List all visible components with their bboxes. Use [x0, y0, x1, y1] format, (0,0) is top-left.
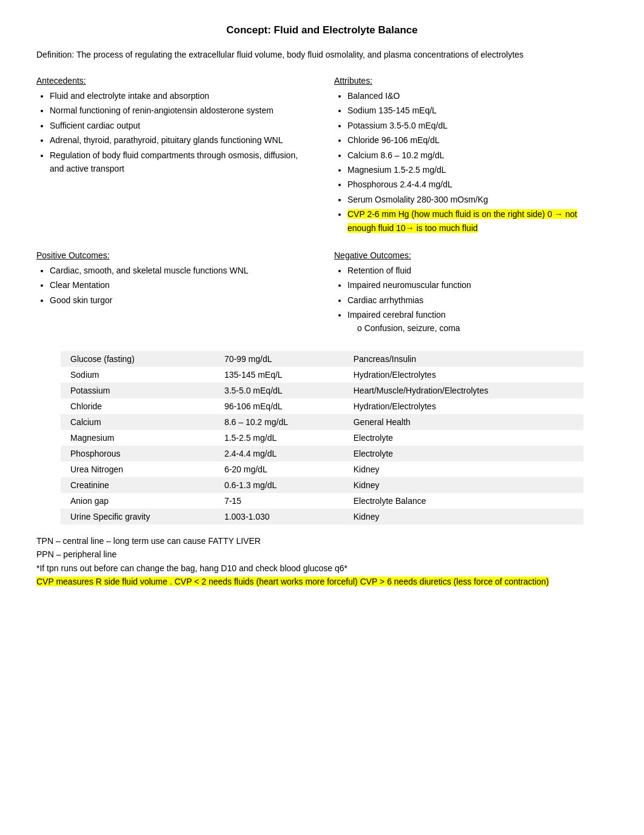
table-cell-category: General Health: [344, 414, 583, 430]
table-cell-value: 2.4-4.4 mg/dL: [215, 446, 344, 461]
negative-outcomes-list: Retention of fluid Impaired neuromuscula…: [334, 264, 608, 335]
table-cell-name: Phosphorous: [61, 446, 215, 461]
cvp-highlighted: CVP 2-6 mm Hg (how much fluid is on the …: [347, 209, 577, 232]
table-cell-name: Chloride: [61, 398, 215, 414]
antecedents-list: Fluid and electrolyte intake and absorpt…: [36, 89, 310, 175]
table-cell-name: Anion gap: [61, 493, 215, 509]
antecedents-attributes-row: Antecedents: Fluid and electrolyte intak…: [36, 76, 608, 236]
list-item: Calcium 8.6 – 10.2 mg/dL: [347, 149, 608, 162]
list-item: Sufficient cardiac output: [50, 119, 310, 132]
antecedents-label: Antecedents:: [36, 76, 310, 86]
table-row: Phosphorous2.4-4.4 mg/dLElectrolyte: [61, 446, 583, 461]
table-cell-category: Kidney: [344, 509, 583, 525]
page-title: Concept: Fluid and Electrolyte Balance: [36, 24, 608, 36]
list-item: Cardiac arrhythmias: [347, 293, 608, 307]
list-item: Good skin turgor: [50, 293, 310, 307]
table-cell-name: Magnesium: [61, 430, 215, 446]
list-item: Impaired neuromuscular function: [347, 278, 608, 292]
list-item: Serum Osmolality 280-300 mOsm/Kg: [347, 193, 608, 206]
table-row: Anion gap7-15Electrolyte Balance: [61, 493, 583, 509]
cvp-bottom-note: CVP measures R side fluid volume . CVP <…: [36, 575, 608, 588]
table-row: Glucose (fasting)70-99 mg/dLPancreas/Ins…: [61, 351, 583, 367]
cvp-bottom-highlighted: CVP measures R side fluid volume . CVP <…: [36, 577, 549, 586]
table-cell-category: Pancreas/Insulin: [344, 351, 583, 367]
table-cell-value: 0.6-1.3 mg/dL: [215, 477, 344, 493]
negative-outcomes-col: Negative Outcomes: Retention of fluid Im…: [334, 250, 608, 337]
table-cell-value: 1.5-2.5 mg/dL: [215, 430, 344, 446]
table-cell-category: Kidney: [344, 477, 583, 493]
list-item: Cardiac, smooth, and skeletal muscle fun…: [50, 264, 310, 277]
tpn-note: TPN – central line – long term use can c…: [36, 534, 608, 548]
list-item: Chloride 96-106 mEq/dL: [347, 133, 608, 147]
table-cell-name: Calcium: [61, 414, 215, 430]
list-item: Balanced I&O: [347, 89, 608, 102]
list-item: Adrenal, thyroid, parathyroid, pituitary…: [50, 133, 310, 147]
outcomes-row: Positive Outcomes: Cardiac, smooth, and …: [36, 250, 608, 337]
table-row: Chloride96-106 mEq/dLHydration/Electroly…: [61, 398, 583, 414]
table-cell-name: Glucose (fasting): [61, 351, 215, 367]
table-cell-value: 6-20 mg/dL: [215, 461, 344, 477]
table-cell-category: Heart/Muscle/Hydration/Electrolytes: [344, 383, 583, 398]
list-item: Phosphorous 2.4-4.4 mg/dL: [347, 178, 608, 191]
table-row: Potassium3.5-5.0 mEq/dLHeart/Muscle/Hydr…: [61, 383, 583, 398]
list-item: Normal functioning of renin-angiotensin …: [50, 104, 310, 117]
table-row: Urine Specific gravity1.003-1.030Kidney: [61, 509, 583, 525]
notes-section: TPN – central line – long term use can c…: [36, 534, 608, 589]
table-cell-category: Hydration/Electrolytes: [344, 367, 583, 383]
attributes-label: Attributes:: [334, 76, 608, 86]
table-cell-value: 7-15: [215, 493, 344, 509]
definition-section: Definition: The process of regulating th…: [36, 49, 608, 61]
table-cell-value: 70-99 mg/dL: [215, 351, 344, 367]
table-cell-value: 8.6 – 10.2 mg/dL: [215, 414, 344, 430]
table-cell-name: Urea Nitrogen: [61, 461, 215, 477]
lab-values-table: Glucose (fasting)70-99 mg/dLPancreas/Ins…: [61, 351, 583, 525]
attributes-list: Balanced I&O Sodium 135-145 mEq/L Potass…: [334, 89, 608, 235]
positive-outcomes-list: Cardiac, smooth, and skeletal muscle fun…: [36, 264, 310, 307]
table-row: Calcium8.6 – 10.2 mg/dLGeneral Health: [61, 414, 583, 430]
table-cell-name: Urine Specific gravity: [61, 509, 215, 525]
table-row: Sodium135-145 mEq/LHydration/Electrolyte…: [61, 367, 583, 383]
list-item: Retention of fluid: [347, 264, 608, 277]
sub-list-item: Confusion, seizure, coma: [357, 321, 608, 335]
definition-text: The process of regulating the extracellu…: [76, 50, 523, 59]
definition-label: Definition:: [36, 50, 74, 59]
cvp-list-item: CVP 2-6 mm Hg (how much fluid is on the …: [347, 207, 608, 235]
table-row: Creatinine0.6-1.3 mg/dLKidney: [61, 477, 583, 493]
table-cell-category: Electrolyte Balance: [344, 493, 583, 509]
positive-outcomes-label: Positive Outcomes:: [36, 250, 310, 260]
antecedents-col: Antecedents: Fluid and electrolyte intak…: [36, 76, 310, 236]
table-cell-value: 1.003-1.030: [215, 509, 344, 525]
table-row: Magnesium1.5-2.5 mg/dLElectrolyte: [61, 430, 583, 446]
list-item: Clear Mentation: [50, 278, 310, 292]
table-cell-name: Sodium: [61, 367, 215, 383]
table-cell-category: Kidney: [344, 461, 583, 477]
positive-outcomes-col: Positive Outcomes: Cardiac, smooth, and …: [36, 250, 310, 337]
list-item: Sodium 135-145 mEq/L: [347, 104, 608, 117]
impaired-cerebral: Impaired cerebral function: [347, 310, 446, 320]
table-cell-category: Electrolyte: [344, 430, 583, 446]
list-item: Impaired cerebral function Confusion, se…: [347, 308, 608, 335]
table-cell-name: Potassium: [61, 383, 215, 398]
list-item: Regulation of body fluid compartments th…: [50, 149, 310, 176]
negative-outcomes-label: Negative Outcomes:: [334, 250, 608, 260]
list-item: Magnesium 1.5-2.5 mg/dL: [347, 163, 608, 176]
list-item: Fluid and electrolyte intake and absorpt…: [50, 89, 310, 102]
list-item: Potassium 3.5-5.0 mEq/dL: [347, 119, 608, 132]
attributes-col: Attributes: Balanced I&O Sodium 135-145 …: [334, 76, 608, 236]
table-row: Urea Nitrogen6-20 mg/dLKidney: [61, 461, 583, 477]
sub-list: Confusion, seizure, coma: [347, 321, 608, 335]
table-cell-value: 135-145 mEq/L: [215, 367, 344, 383]
ppn-note: PPN – peripheral line: [36, 548, 608, 561]
table-cell-category: Hydration/Electrolytes: [344, 398, 583, 414]
table-cell-value: 96-106 mEq/dL: [215, 398, 344, 414]
tpn-extra-note: *If tpn runs out before can change the b…: [36, 562, 608, 575]
table-cell-value: 3.5-5.0 mEq/dL: [215, 383, 344, 398]
table-cell-category: Electrolyte: [344, 446, 583, 461]
table-cell-name: Creatinine: [61, 477, 215, 493]
